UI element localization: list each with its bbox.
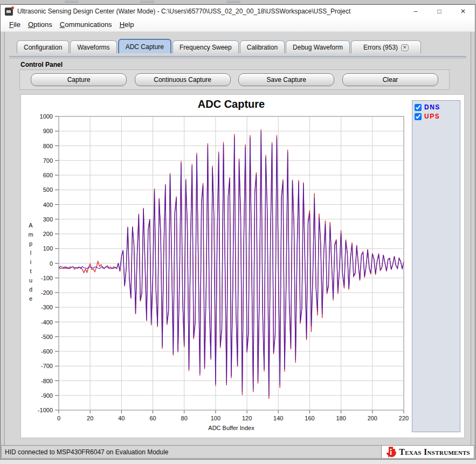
y-tick-label: 700	[43, 157, 53, 164]
tab-configuration[interactable]: Configuration	[17, 40, 69, 53]
control-panel-label: Control Panel	[20, 61, 63, 68]
x-axis-label: ADC Buffer Index	[59, 425, 404, 431]
x-tick-label: 200	[368, 415, 377, 421]
minimize-icon[interactable]: –	[404, 5, 427, 18]
plot-area[interactable]: 020406080100120140160180200220-1000-900-…	[21, 95, 410, 435]
capture-button[interactable]: Capture	[31, 73, 127, 86]
app-icon	[5, 8, 13, 16]
y-tick-label: 800	[43, 143, 53, 149]
y-tick-label: 1000	[40, 113, 53, 120]
save-capture-button[interactable]: Save Capture	[238, 73, 334, 86]
tab-frequency-sweep[interactable]: Frequency Sweep	[173, 40, 239, 53]
tab-label: Errors (953)	[363, 44, 398, 51]
tab-debug-waveform[interactable]: Debug Waveform	[286, 40, 350, 53]
y-tick-label: 300	[43, 216, 53, 223]
dns-checkbox[interactable]	[415, 104, 422, 111]
menu-help[interactable]: Help	[116, 19, 138, 30]
legend-panel: DNSUPS	[412, 100, 460, 432]
close-icon[interactable]: ✕	[451, 5, 475, 18]
legend-label: UPS	[424, 113, 440, 120]
status-bar: HID connected to MSP430FR6047 on Evaluat…	[1, 445, 474, 459]
tab-separator	[9, 56, 466, 58]
menu-file[interactable]: File	[5, 19, 24, 30]
y-tick-label: -200	[41, 289, 53, 296]
texas-instruments-logo-icon	[385, 446, 396, 458]
x-tick-label: 0	[57, 415, 60, 421]
y-tick-label: 900	[43, 128, 53, 134]
background-toolbar-fragment	[226, 1, 240, 3]
y-tick-label: 100	[43, 245, 53, 252]
y-tick-label: -800	[41, 378, 53, 384]
app-window: Ultrasonic Sensing Design Center (Water …	[0, 4, 475, 460]
y-tick-label: 0	[50, 260, 53, 267]
background-window-strip	[0, 0, 476, 4]
legend-label: DNS	[424, 103, 440, 111]
brand-box: Texas Instruments	[381, 446, 474, 458]
background-toolbar-fragment	[140, 1, 154, 3]
continuous-capture-button[interactable]: Continuous Capture	[135, 73, 231, 86]
x-tick-label: 220	[399, 415, 409, 421]
legend-item-ups: UPS	[415, 113, 458, 120]
y-tick-label: -700	[41, 363, 53, 369]
tab-label: ADC Capture	[126, 43, 164, 51]
y-tick-label: 400	[43, 202, 53, 208]
tab-close-icon[interactable]: ✕	[401, 44, 409, 51]
maximize-icon[interactable]: □	[427, 5, 451, 18]
tab-label: Configuration	[24, 44, 62, 51]
brand-name: Texas Instruments	[399, 447, 470, 457]
y-axis-label: Amplitude	[27, 116, 34, 410]
menu-options[interactable]: Options	[24, 19, 56, 30]
y-tick-label: -600	[41, 348, 53, 355]
background-toolbar-fragment	[65, 1, 79, 3]
window-title: Ultrasonic Sensing Design Center (Water …	[17, 8, 350, 15]
y-tick-label: 500	[43, 186, 53, 193]
background-bottom-strip	[0, 460, 476, 464]
tab-waveforms[interactable]: Waveforms	[70, 40, 116, 53]
menu-bar: FileOptionsCommunicationsHelp	[1, 18, 475, 32]
tab-content-panel: ConfigurationWaveformsADC CaptureFrequen…	[1, 32, 475, 445]
y-tick-label: 200	[43, 231, 53, 237]
connection-status: HID connected to MSP430FR6047 on Evaluat…	[2, 448, 381, 456]
y-tick-label: -900	[41, 392, 53, 399]
y-tick-label: -1000	[38, 407, 53, 413]
x-tick-label: 140	[273, 415, 283, 421]
title-bar: Ultrasonic Sensing Design Center (Water …	[1, 5, 475, 18]
tab-label: Debug Waveform	[293, 44, 343, 51]
tab-bar: ConfigurationWaveformsADC CaptureFrequen…	[17, 39, 422, 53]
tab-label: Calibration	[247, 44, 278, 51]
x-tick-label: 80	[181, 415, 188, 421]
x-tick-label: 160	[305, 415, 314, 421]
x-tick-label: 180	[336, 415, 346, 421]
ups-checkbox[interactable]	[415, 113, 422, 120]
y-tick-label: 600	[43, 172, 53, 178]
x-tick-label: 40	[118, 415, 125, 421]
tab-label: Waveforms	[77, 44, 109, 51]
tab-calibration[interactable]: Calibration	[240, 40, 285, 53]
y-tick-label: -300	[41, 304, 53, 310]
tab-errors-953[interactable]: Errors (953)✕	[351, 40, 421, 53]
menu-communications[interactable]: Communications	[56, 19, 116, 30]
x-tick-label: 120	[242, 415, 252, 421]
clear-button[interactable]: Clear	[342, 73, 438, 86]
tab-adc-capture[interactable]: ADC Capture	[118, 39, 171, 53]
chart-title: ADC Capture	[59, 98, 404, 110]
adc-capture-chart: 020406080100120140160180200220-1000-900-…	[20, 94, 465, 438]
x-tick-label: 60	[149, 415, 156, 421]
window-controls: – □ ✕	[404, 5, 475, 18]
legend-item-dns: DNS	[415, 103, 458, 111]
control-panel: CaptureContinuous CaptureSave CaptureCle…	[19, 70, 450, 90]
y-tick-label: -400	[41, 319, 53, 326]
tab-label: Frequency Sweep	[180, 44, 232, 51]
x-tick-label: 100	[211, 415, 220, 421]
y-tick-label: -500	[41, 334, 53, 340]
y-tick-label: -100	[41, 275, 53, 281]
x-tick-label: 20	[87, 415, 93, 421]
